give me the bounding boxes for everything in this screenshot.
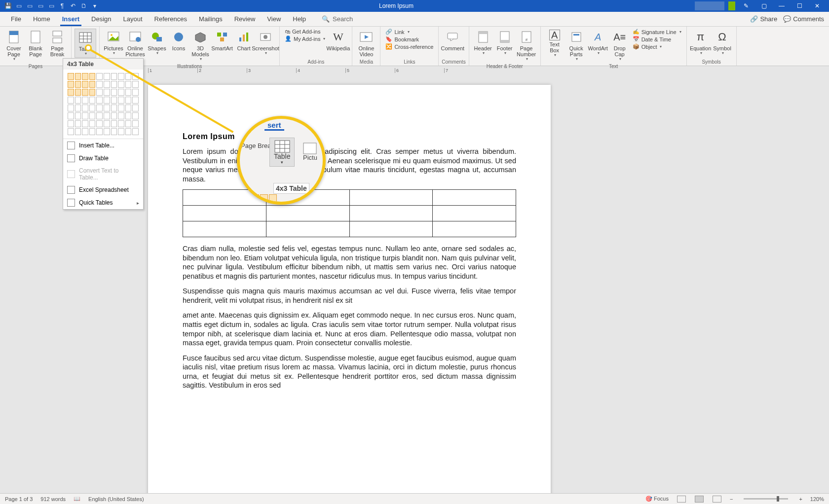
qat-icon[interactable]: ▭ xyxy=(37,2,44,10)
grid-cell[interactable] xyxy=(96,112,103,119)
zoom-in-button[interactable]: + xyxy=(799,496,802,502)
zoom-out-button[interactable]: − xyxy=(730,496,733,502)
table-size-grid[interactable] xyxy=(63,70,143,139)
grid-cell[interactable] xyxy=(82,81,88,88)
grid-cell[interactable] xyxy=(125,128,132,135)
qat-icon[interactable]: ▭ xyxy=(47,2,55,10)
grid-cell[interactable] xyxy=(125,105,132,111)
grid-cell[interactable] xyxy=(96,120,103,127)
comments-button[interactable]: 💬 Comments xyxy=(783,15,824,23)
grid-cell[interactable] xyxy=(89,89,96,96)
grid-cell[interactable] xyxy=(125,89,132,96)
maximize-button[interactable]: ☐ xyxy=(792,1,806,10)
qat-icon[interactable]: ↶ xyxy=(69,2,77,10)
grid-cell[interactable] xyxy=(89,105,96,111)
screenshot-button[interactable]: Screenshot▾ xyxy=(255,29,276,57)
smartart-button[interactable]: SmartArt xyxy=(211,29,233,52)
grid-cell[interactable] xyxy=(118,120,124,127)
grid-cell[interactable] xyxy=(96,128,103,135)
grid-cell[interactable] xyxy=(89,120,96,127)
grid-cell[interactable] xyxy=(68,120,74,127)
grid-cell[interactable] xyxy=(104,112,110,119)
object-button[interactable]: 📦 Object▾ xyxy=(633,43,681,50)
grid-cell[interactable] xyxy=(132,105,139,111)
grid-cell[interactable] xyxy=(68,105,74,111)
grid-cell[interactable] xyxy=(82,128,88,135)
pictures-button[interactable]: Pictures▾ xyxy=(103,29,124,57)
grid-cell[interactable] xyxy=(132,120,139,127)
qat-icon[interactable]: ▭ xyxy=(15,2,23,10)
page-break-button[interactable]: Page Break xyxy=(46,29,68,58)
grid-cell[interactable] xyxy=(89,81,96,88)
shapes-button[interactable]: Shapes▾ xyxy=(146,29,168,57)
grid-cell[interactable] xyxy=(75,73,81,80)
grid-cell[interactable] xyxy=(89,112,96,119)
grid-cell[interactable] xyxy=(68,128,74,135)
grid-cell[interactable] xyxy=(96,89,103,96)
bookmark-button[interactable]: 🔖 Bookmark xyxy=(385,36,433,42)
grid-cell[interactable] xyxy=(104,97,110,104)
grid-cell[interactable] xyxy=(104,89,110,96)
tab-design[interactable]: Design xyxy=(85,12,117,26)
account-badge[interactable] xyxy=(695,1,724,10)
grid-cell[interactable] xyxy=(125,120,132,127)
grid-cell[interactable] xyxy=(118,97,124,104)
comment-button[interactable]: Comment xyxy=(442,29,463,52)
online-pictures-button[interactable]: Online Pictures xyxy=(124,29,146,58)
grid-cell[interactable] xyxy=(89,97,96,104)
footer-button[interactable]: Footer▾ xyxy=(494,29,516,57)
grid-cell[interactable] xyxy=(132,89,139,96)
qat-icon[interactable]: 🗋 xyxy=(80,2,88,10)
header-button[interactable]: Header▾ xyxy=(472,29,494,57)
grid-cell[interactable] xyxy=(125,81,132,88)
grid-cell[interactable] xyxy=(68,89,74,96)
tab-file[interactable]: File xyxy=(5,12,27,26)
grid-cell[interactable] xyxy=(68,73,74,80)
grid-cell[interactable] xyxy=(125,97,132,104)
zoom-level[interactable]: 120% xyxy=(810,496,824,502)
read-mode-button[interactable] xyxy=(677,496,686,503)
grid-cell[interactable] xyxy=(75,120,81,127)
zoom-slider[interactable] xyxy=(744,498,788,500)
grid-cell[interactable] xyxy=(118,128,124,135)
signature-line-button[interactable]: ✍ Signature Line▾ xyxy=(633,29,681,35)
grid-cell[interactable] xyxy=(75,89,81,96)
quick-parts-button[interactable]: Quick Parts▾ xyxy=(565,29,587,63)
grid-cell[interactable] xyxy=(75,105,81,111)
cover-page-button[interactable]: Cover Page▾ xyxy=(3,29,25,63)
tab-references[interactable]: References xyxy=(149,12,193,26)
tab-view[interactable]: View xyxy=(261,12,287,26)
qat-icon[interactable]: ¶ xyxy=(58,2,66,10)
qat-icon[interactable]: ▭ xyxy=(26,2,34,10)
web-layout-button[interactable] xyxy=(713,496,721,503)
grid-cell[interactable] xyxy=(111,112,117,119)
qat-more-icon[interactable]: ▾ xyxy=(91,2,99,10)
tab-home[interactable]: Home xyxy=(27,12,56,26)
grid-cell[interactable] xyxy=(82,73,88,80)
drop-cap-button[interactable]: A≡Drop Cap▾ xyxy=(609,29,631,63)
proofing-icon[interactable]: 📖 xyxy=(74,496,80,502)
grid-cell[interactable] xyxy=(104,105,110,111)
pen-icon[interactable]: ✎ xyxy=(739,1,753,10)
grid-cell[interactable] xyxy=(132,128,139,135)
grid-cell[interactable] xyxy=(118,89,124,96)
online-video-button[interactable]: Online Video xyxy=(355,29,377,58)
tab-insert[interactable]: Insert xyxy=(56,12,85,26)
grid-cell[interactable] xyxy=(111,73,117,80)
grid-cell[interactable] xyxy=(75,81,81,88)
grid-cell[interactable] xyxy=(68,97,74,104)
text-box-button[interactable]: AText Box▾ xyxy=(544,29,565,59)
tab-review[interactable]: Review xyxy=(228,12,262,26)
ribbon-mode-icon[interactable]: ▢ xyxy=(757,1,771,10)
grid-cell[interactable] xyxy=(104,81,110,88)
grid-cell[interactable] xyxy=(96,81,103,88)
focus-mode-button[interactable]: 🎯 Focus xyxy=(645,496,669,502)
search-box[interactable]: 🔍 Search xyxy=(322,15,353,23)
grid-cell[interactable] xyxy=(111,81,117,88)
tab-layout[interactable]: Layout xyxy=(117,12,149,26)
symbol-button[interactable]: ΩSymbol▾ xyxy=(712,29,733,57)
wordart-button[interactable]: AWordArt▾ xyxy=(587,29,609,57)
equation-button[interactable]: πEquation▾ xyxy=(690,29,712,57)
grid-cell[interactable] xyxy=(125,112,132,119)
draw-table-menuitem[interactable]: Draw Table xyxy=(63,152,143,165)
